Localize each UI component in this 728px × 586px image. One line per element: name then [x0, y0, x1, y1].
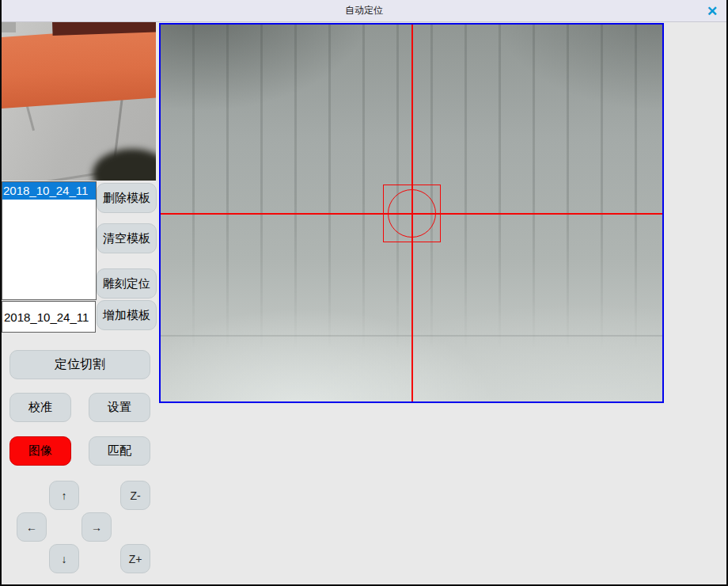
jog-down-button[interactable]: ↓	[49, 544, 79, 573]
thumb-dark-object	[93, 149, 156, 181]
thumb-orange-band	[2, 25, 156, 108]
jog-right-button[interactable]: →	[82, 512, 112, 542]
title-bar: 自动定位 ✕	[2, 0, 726, 22]
add-template-button[interactable]: 增加模板	[97, 300, 157, 330]
settings-button[interactable]: 设置	[89, 393, 150, 422]
delete-template-button[interactable]: 删除模板	[97, 183, 157, 213]
jog-up-button[interactable]: ↑	[49, 481, 79, 510]
target-circle	[388, 189, 436, 238]
list-item-template[interactable]: 2018_10_24_11	[2, 182, 96, 200]
close-icon[interactable]: ✕	[703, 2, 721, 20]
engrave-position-button[interactable]: 雕刻定位	[97, 268, 157, 299]
thumb-gray-patch	[2, 22, 16, 32]
image-button[interactable]: 图像	[9, 436, 71, 466]
template-name-input[interactable]	[2, 301, 96, 333]
auto-position-window: 自动定位 ✕ 2018_10_24_11 删除模板 清空模板 雕刻定位 增加模板…	[0, 0, 728, 586]
window-title: 自动定位	[345, 4, 383, 17]
match-button[interactable]: 匹配	[89, 436, 150, 466]
position-cut-button[interactable]: 定位切割	[9, 350, 150, 379]
jog-left-button[interactable]: ←	[17, 512, 47, 542]
template-list[interactable]: 2018_10_24_11	[2, 181, 97, 300]
template-thumbnail	[2, 22, 156, 181]
jog-z-minus-button[interactable]: Z-	[120, 481, 150, 510]
camera-view[interactable]	[159, 23, 664, 403]
window-body: 2018_10_24_11 删除模板 清空模板 雕刻定位 增加模板 定位切割 校…	[2, 22, 726, 584]
clear-templates-button[interactable]: 清空模板	[97, 223, 157, 253]
jog-z-plus-button[interactable]: Z+	[120, 544, 150, 573]
calibrate-button[interactable]: 校准	[9, 393, 71, 422]
